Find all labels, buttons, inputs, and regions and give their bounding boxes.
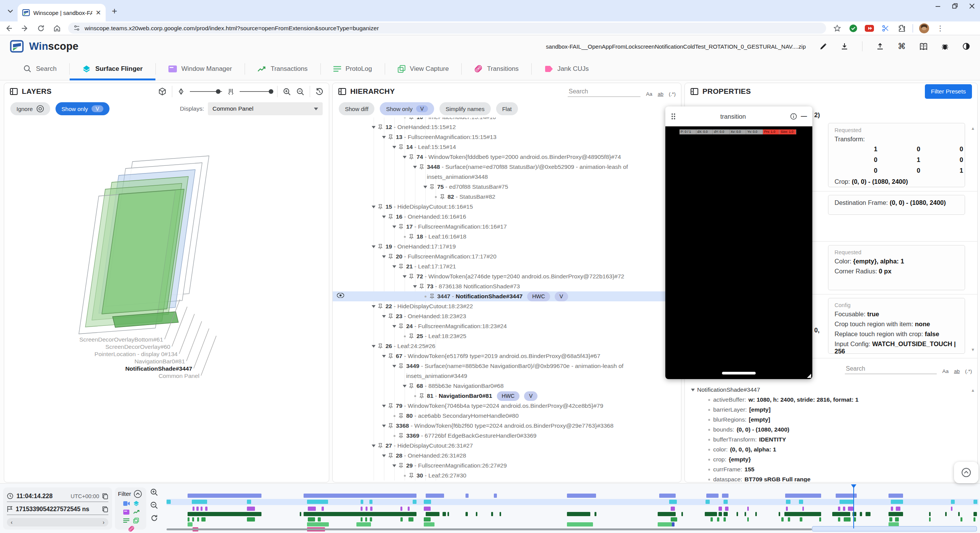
scroll-down-hint[interactable]: ▼ — [971, 347, 975, 352]
tree-node-10[interactable]: 10 - ImePlaceholder:13:14#10 — [333, 118, 676, 122]
docs-icon[interactable] — [920, 43, 928, 50]
copy-icon[interactable] — [102, 493, 108, 499]
pin-icon[interactable] — [388, 353, 396, 359]
tree-node-3368[interactable]: 3368 - WindowToken{f6b2f60 type=2024 and… — [333, 421, 676, 431]
pin-icon[interactable] — [430, 184, 437, 190]
tree-node-81[interactable]: 81 - NavigationBar0#81HWCV — [333, 391, 676, 401]
pin-icon[interactable] — [419, 393, 427, 399]
timeline-cursor[interactable] — [853, 485, 854, 528]
expand-arrow-icon[interactable] — [392, 325, 396, 328]
property-row[interactable]: currFrame:155 — [685, 464, 977, 474]
transition-overlay-window[interactable]: transition — P: 0 / 1dX: 0.0dY: 0.0Xv: 0… — [665, 106, 812, 379]
expand-arrow-icon[interactable] — [382, 255, 386, 258]
tab-transactions[interactable]: Transactions — [245, 57, 320, 80]
tree-node-22[interactable]: 22 - HideDisplayCutout:18:23#22 — [333, 301, 676, 311]
reset-view-icon[interactable] — [315, 88, 323, 96]
expand-arrow-icon[interactable] — [372, 305, 376, 308]
tree-node-68[interactable]: 68 - 885b63e NavigationBar0#68 — [333, 381, 676, 391]
timeline-reset-icon[interactable] — [150, 514, 158, 522]
window-manager-filter-icon[interactable] — [123, 510, 129, 515]
tab-window-manager[interactable]: Window Manager — [156, 57, 245, 80]
pin-icon[interactable] — [378, 124, 385, 130]
window-minimize-icon[interactable] — [935, 3, 941, 9]
property-row[interactable]: blurRegions:[empty] — [685, 415, 977, 425]
visibility-eye-icon[interactable] — [337, 293, 344, 298]
pin-icon[interactable] — [378, 244, 385, 249]
pin-icon[interactable] — [419, 164, 427, 170]
tree-node-3369[interactable]: 3369 - 67726bf EdgeBackGestureHandler0#3… — [333, 431, 676, 441]
tree-node-26[interactable]: 26 - Leaf:24:25#26 — [333, 341, 676, 351]
pin-icon[interactable] — [388, 254, 396, 259]
tree-node-80[interactable]: 80 - ace6abb SecondaryHomeHandle0#80 — [333, 411, 676, 421]
pin-icon[interactable] — [399, 463, 406, 468]
tab-surface-flinger[interactable]: Surface Flinger — [70, 57, 155, 80]
property-row[interactable]: crop:{empty} — [685, 455, 977, 464]
match-case-toggle[interactable]: Aa — [942, 368, 949, 374]
layers-3d-canvas[interactable]: ScreenDecorOverlayBottom#61ScreenDecorOv… — [4, 118, 329, 482]
expand-arrow-icon[interactable] — [403, 275, 407, 278]
tree-node-72[interactable]: 72 - WindowToken{a2746de type=2040 andro… — [333, 271, 676, 281]
expand-arrow-icon[interactable] — [372, 345, 376, 348]
expand-arrow-icon[interactable] — [382, 216, 386, 218]
tree-node-67[interactable]: 67 - WindowToken{e5176f9 type=2019 andro… — [333, 351, 676, 361]
pin-icon[interactable] — [378, 304, 385, 309]
tree-node-16[interactable]: 16 - OneHanded:16:16#16 — [333, 212, 676, 222]
tree-node-27[interactable]: 27 - HideDisplayCutout:26:31#27 — [333, 441, 676, 451]
tree-node-79[interactable]: 79 - WindowToken{7046b4a type=2024 andro… — [333, 401, 676, 411]
hierarchy-search-input[interactable]: Search — [568, 87, 640, 97]
property-row[interactable]: barrierLayer:[empty] — [685, 405, 977, 415]
pin-icon[interactable] — [378, 204, 385, 209]
site-settings-icon[interactable] — [74, 25, 80, 31]
timeline-scroll-track[interactable] — [167, 528, 812, 530]
expand-arrow-icon[interactable] — [392, 365, 396, 368]
pin-icon[interactable] — [388, 403, 396, 409]
browser-tab[interactable]: Winscope | sandbox-FAI ✕ — [18, 4, 106, 21]
screen-recording-filter-icon[interactable] — [123, 501, 130, 506]
pin-icon[interactable] — [399, 413, 406, 419]
human-time-field[interactable]: 11:04:14.228 UTC+00:00 — [7, 490, 108, 502]
pin-icon[interactable] — [399, 433, 406, 438]
pin-icon[interactable] — [378, 343, 385, 349]
upload-icon[interactable] — [876, 43, 884, 50]
bookmark-star-icon[interactable] — [832, 25, 842, 32]
back-icon[interactable] — [4, 25, 14, 32]
view-capture-filter-icon[interactable] — [133, 518, 139, 523]
download-icon[interactable] — [841, 43, 848, 50]
flat-chip[interactable]: Flat — [496, 102, 518, 115]
tree-node-20[interactable]: 20 - FullscreenMagnification:17:17#20 — [333, 252, 676, 262]
layer-label[interactable]: Common Panel — [158, 373, 199, 379]
ns-time-field[interactable]: 1715339054227572545 ns — [7, 504, 108, 515]
pin-icon[interactable] — [430, 294, 437, 299]
pin-icon[interactable] — [409, 118, 416, 120]
tree-node-13[interactable]: 13 - FullscreenMagnification:15:15#13 — [333, 132, 676, 142]
transitions-filter-icon[interactable] — [128, 526, 134, 532]
extension-check-icon[interactable] — [848, 24, 858, 33]
layer-label[interactable]: PointerLocation - display 0#134 — [95, 351, 178, 357]
tree-node-75[interactable]: 75 - ed70f88 StatusBar#75 — [333, 182, 676, 192]
transactions-filter-icon[interactable] — [133, 510, 140, 514]
url-bar[interactable]: winscope.teams.x20web.corp.google.com/pr… — [68, 23, 826, 34]
expand-arrow-icon[interactable] — [382, 136, 386, 139]
tree-node-15[interactable]: 15 - HideDisplayCutout:16:16#15 — [333, 202, 676, 212]
expand-arrow-icon[interactable] — [423, 186, 427, 188]
resize-handle[interactable] — [807, 373, 811, 378]
expand-arrow-icon[interactable] — [403, 385, 407, 387]
shortcuts-icon[interactable]: ⌘ — [898, 42, 906, 51]
show-only-chip[interactable]: Show only V — [56, 102, 110, 115]
simplify-names-chip[interactable]: Simplify names — [439, 102, 491, 115]
tree-node-12[interactable]: 12 - OneHanded:15:15#12 — [333, 122, 676, 132]
property-row[interactable]: color:(0, 0, 0), alpha: 1 — [685, 445, 977, 455]
timeline-zoom-out-icon[interactable] — [150, 501, 158, 509]
pin-icon[interactable] — [388, 423, 396, 428]
timeline-zoom-in-icon[interactable] — [150, 488, 158, 496]
edit-file-icon[interactable] — [820, 43, 827, 50]
pin-icon[interactable] — [399, 363, 406, 369]
expand-arrow-icon[interactable] — [392, 226, 396, 228]
tree-node-14[interactable]: 14 - Leaf:15:15#14 — [333, 142, 676, 152]
scroll-up-hint[interactable]: ▲ — [971, 126, 975, 131]
tree-node-3449[interactable]: 3449 - Surface(name=885b63e NavigationBa… — [333, 361, 676, 381]
expand-arrow-icon[interactable] — [372, 126, 376, 129]
tree-node-30[interactable]: 30 - Leaf:26:27#30 — [333, 471, 676, 481]
pin-icon[interactable] — [409, 334, 416, 339]
collapse-properties-button[interactable] — [954, 462, 978, 483]
